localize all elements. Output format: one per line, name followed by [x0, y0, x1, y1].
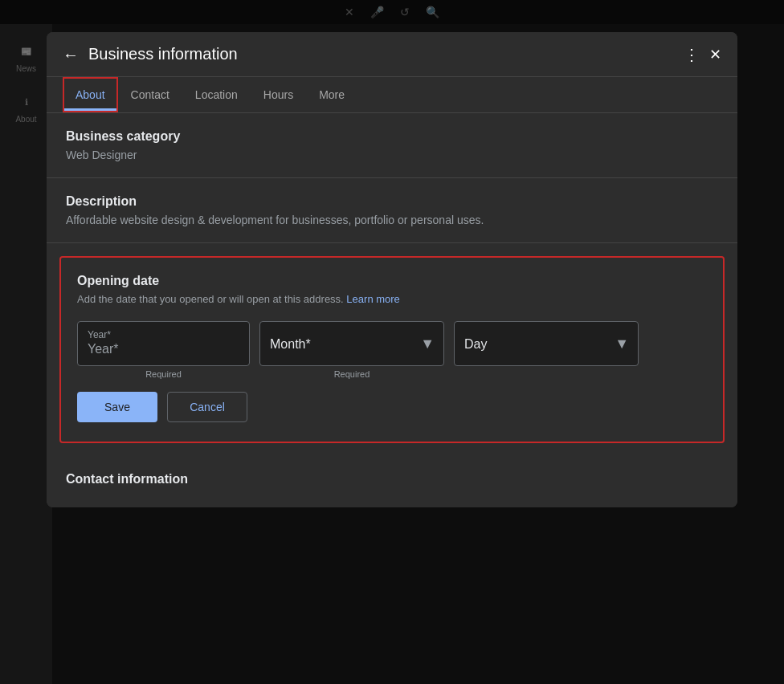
cancel-button[interactable]: Cancel: [167, 392, 247, 422]
tab-location[interactable]: Location: [182, 77, 251, 112]
description-title: Description: [66, 194, 718, 209]
action-buttons: Save Cancel: [77, 392, 707, 422]
modal-overlay: ← Business information ⋮ ✕ About Contact…: [0, 0, 784, 684]
day-select-wrapper: Day 123 456 789 101112 131415 161718 192…: [454, 321, 639, 366]
month-input-group: Month* January February March April May …: [259, 321, 444, 379]
year-required-label: Required: [77, 369, 250, 379]
more-options-button[interactable]: ⋮: [684, 47, 700, 63]
opening-date-wrapper: Opening date Add the date that you opene…: [47, 243, 737, 456]
business-category-section: Business category Web Designer: [47, 113, 737, 178]
year-input-group: Year* Required: [77, 321, 250, 379]
business-info-modal: ← Business information ⋮ ✕ About Contact…: [47, 32, 737, 507]
date-inputs-row: Year* Required Month* January February: [77, 321, 707, 379]
business-category-title: Business category: [66, 129, 718, 144]
month-required-label: Required: [259, 369, 444, 379]
modal-body: Business category Web Designer Descripti…: [47, 113, 737, 507]
business-category-value: Web Designer: [66, 149, 718, 161]
day-select[interactable]: Day 123 456 789 101112 131415 161718 192…: [454, 321, 639, 366]
day-input-group: Day 123 456 789 101112 131415 161718 192…: [454, 321, 639, 379]
opening-date-subtitle: Add the date that you opened or will ope…: [77, 293, 707, 305]
back-button[interactable]: ←: [63, 47, 79, 63]
tab-contact[interactable]: Contact: [118, 77, 182, 112]
save-button[interactable]: Save: [77, 392, 157, 422]
description-value: Affordable website design & development …: [66, 214, 718, 226]
modal-close-button[interactable]: ✕: [709, 47, 721, 62]
description-section: Description Affordable website design & …: [47, 178, 737, 243]
year-input[interactable]: [77, 321, 250, 366]
modal-title: Business information: [88, 45, 684, 63]
month-select[interactable]: Month* January February March April May …: [259, 321, 444, 366]
contact-info-title: Contact information: [66, 472, 718, 487]
learn-more-link[interactable]: Learn more: [346, 293, 399, 305]
modal-header: ← Business information ⋮ ✕: [47, 32, 737, 77]
tab-more[interactable]: More: [306, 77, 357, 112]
month-select-wrapper: Month* January February March April May …: [259, 321, 444, 366]
year-field-wrapper: Year*: [77, 321, 250, 366]
tab-hours[interactable]: Hours: [251, 77, 306, 112]
tab-about[interactable]: About: [63, 77, 118, 112]
contact-info-section: Contact information: [47, 456, 737, 507]
opening-date-title: Opening date: [77, 274, 707, 288]
tabs-bar: About Contact Location Hours More: [47, 77, 737, 113]
opening-date-section: Opening date Add the date that you opene…: [59, 256, 725, 443]
